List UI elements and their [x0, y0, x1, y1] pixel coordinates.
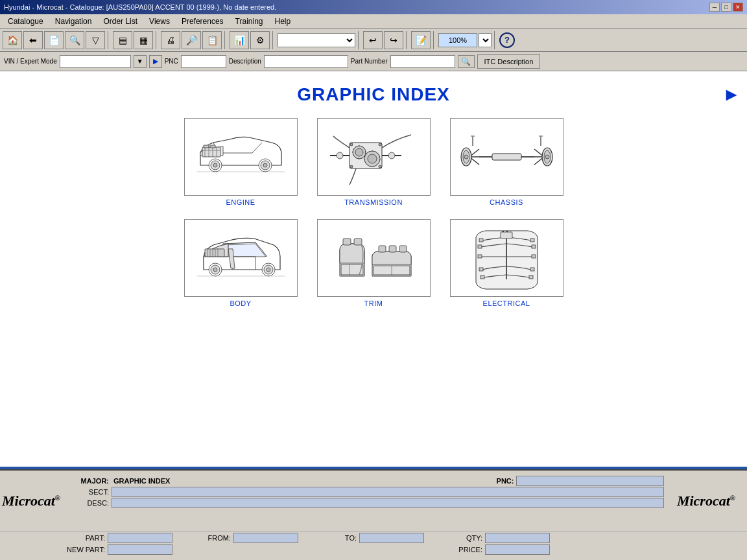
- svg-rect-68: [478, 245, 482, 248]
- price-value: [485, 544, 550, 555]
- footer-to-group: TO:: [311, 533, 424, 555]
- svg-rect-69: [478, 255, 482, 258]
- itc-description-button[interactable]: ITC Description: [477, 54, 541, 69]
- footer-price-row: PRICE:: [437, 544, 550, 555]
- print-button[interactable]: 🖨: [161, 31, 180, 49]
- chassis-box[interactable]: [450, 118, 563, 196]
- svg-rect-64: [379, 246, 386, 252]
- help-button[interactable]: ?: [499, 32, 515, 48]
- vin-down-button[interactable]: ▼: [134, 55, 147, 68]
- price-label: PRICE:: [437, 546, 482, 554]
- vin-input[interactable]: [60, 55, 131, 68]
- to-value: [359, 533, 424, 543]
- menu-help[interactable]: Help: [270, 16, 296, 27]
- menu-preferences[interactable]: Preferences: [176, 16, 229, 27]
- separator-2: [156, 31, 158, 49]
- report-button[interactable]: 📊: [230, 31, 249, 49]
- svg-rect-75: [530, 268, 534, 271]
- pnc-footer-value: [516, 476, 664, 486]
- separator-4: [272, 31, 275, 49]
- view-list-button[interactable]: ▤: [113, 31, 132, 49]
- separator-7: [433, 31, 436, 49]
- description-label: Description: [229, 58, 261, 65]
- footer-major-row: MAJOR: GRAPHIC INDEX PNC:: [57, 476, 664, 486]
- body-box[interactable]: [184, 219, 298, 297]
- vin-right-button[interactable]: ▶: [149, 55, 162, 68]
- trim-label: TRIM: [364, 299, 383, 307]
- search-button[interactable]: 🔍: [65, 31, 84, 49]
- next-arrow-button[interactable]: ►: [722, 84, 741, 105]
- menu-views[interactable]: Views: [144, 16, 175, 27]
- svg-rect-71: [480, 275, 484, 279]
- config-button[interactable]: ⚙: [250, 31, 270, 49]
- registered-mark-right: ®: [730, 493, 735, 501]
- chassis-label: CHASSIS: [490, 198, 523, 206]
- pnc-footer-label: PNC:: [462, 477, 514, 485]
- grid-item-chassis: CHASSIS: [450, 118, 563, 206]
- part-label: PART:: [60, 534, 105, 542]
- nav-dropdown[interactable]: [278, 33, 355, 47]
- transmission-box[interactable]: [317, 118, 431, 196]
- undo-button[interactable]: ↩: [363, 31, 383, 49]
- title-text: Hyundai - Microcat - Catalogue: [AUS250P…: [4, 3, 276, 11]
- newpart-value: [108, 544, 172, 555]
- footer-sect-row: SECT:: [57, 487, 664, 497]
- microcat-logo-right: Microcat®: [677, 493, 735, 509]
- main-content: GRAPHIC INDEX: [0, 71, 747, 467]
- doc-button[interactable]: 📄: [44, 31, 64, 49]
- title-bar: Hyundai - Microcat - Catalogue: [AUS250P…: [0, 0, 747, 14]
- svg-rect-77: [501, 232, 512, 239]
- from-value: [233, 533, 298, 543]
- menu-training[interactable]: Training: [230, 16, 268, 27]
- footer-logo-right: Microcat®: [664, 473, 742, 528]
- zoom-dropdown[interactable]: ▼: [479, 33, 492, 47]
- title-controls: ─ □ ✕: [709, 3, 743, 12]
- svg-rect-41: [492, 154, 521, 160]
- filter-button[interactable]: ▽: [86, 31, 105, 49]
- engine-box[interactable]: [184, 118, 298, 196]
- menu-navigation[interactable]: Navigation: [50, 16, 97, 27]
- desc-value: [112, 498, 664, 508]
- footer-desc-row: DESC:: [57, 498, 664, 508]
- separator-3: [224, 31, 227, 49]
- svg-rect-62: [354, 239, 362, 245]
- svg-rect-76: [529, 275, 533, 279]
- back-button[interactable]: ⬅: [23, 31, 43, 49]
- pnc-label: PNC: [165, 58, 178, 65]
- electrical-box[interactable]: [450, 219, 563, 297]
- separator-5: [358, 31, 361, 49]
- preview-button[interactable]: 🔎: [182, 31, 201, 49]
- redo-button[interactable]: ↪: [384, 31, 403, 49]
- newpart-label: NEW PART:: [60, 546, 105, 554]
- view-detail-button[interactable]: ▦: [134, 31, 153, 49]
- toolbar: 🏠 ⬅ 📄 🔍 ▽ ▤ ▦ 🖨 🔎 📋 📊 ⚙ ↩ ↪ 📝 100% ▼ ?: [0, 29, 747, 52]
- menu-order-list[interactable]: Order List: [98, 16, 143, 27]
- footer-qty-row: QTY:: [437, 533, 550, 543]
- close-button[interactable]: ✕: [733, 3, 743, 12]
- major-value: GRAPHIC INDEX: [112, 477, 172, 485]
- home-button[interactable]: 🏠: [3, 31, 22, 49]
- svg-rect-65: [389, 246, 396, 252]
- svg-rect-72: [530, 239, 534, 242]
- part-number-input[interactable]: [390, 55, 455, 68]
- electrical-illustration: [456, 224, 557, 292]
- grid-item-electrical: ELECTRICAL: [450, 219, 563, 307]
- svg-point-21: [355, 148, 363, 156]
- part-search-button[interactable]: 🔍: [458, 55, 475, 68]
- description-input[interactable]: [264, 55, 348, 68]
- trim-box[interactable]: [317, 219, 431, 297]
- minimize-button[interactable]: ─: [709, 3, 720, 12]
- electrical-label: ELECTRICAL: [483, 299, 530, 307]
- page-button[interactable]: 📋: [202, 31, 222, 49]
- pnc-input[interactable]: [181, 55, 226, 68]
- menu-bar: Catalogue Navigation Order List Views Pr…: [0, 14, 747, 29]
- note-button[interactable]: 📝: [411, 31, 431, 49]
- svg-point-27: [379, 143, 381, 146]
- maximize-button[interactable]: □: [721, 3, 731, 12]
- svg-point-23: [368, 154, 377, 163]
- microcat-logo-left: Microcat®: [2, 493, 60, 509]
- sect-label: SECT:: [57, 488, 109, 496]
- zoom-input[interactable]: 100%: [438, 33, 477, 47]
- footer-to-row: TO:: [311, 533, 424, 543]
- menu-catalogue[interactable]: Catalogue: [3, 16, 49, 27]
